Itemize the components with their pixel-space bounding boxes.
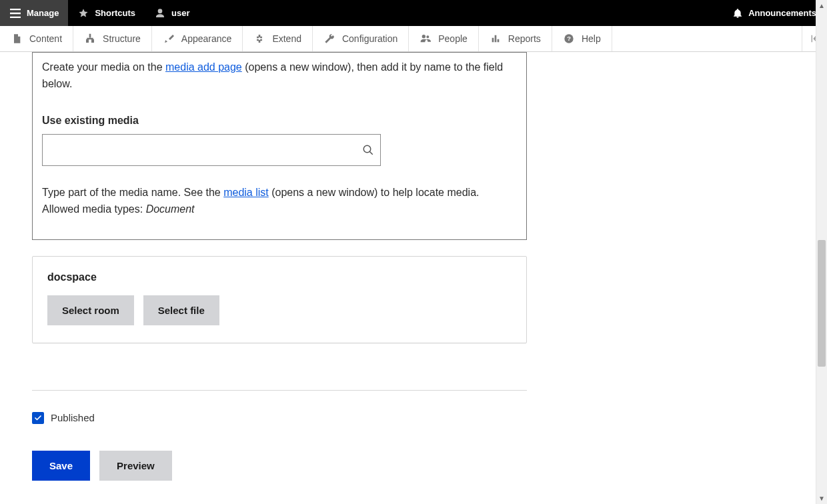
scrollbar-up-arrow[interactable]: ▲ (816, 0, 827, 11)
save-button[interactable]: Save (32, 451, 90, 481)
window-scrollbar[interactable]: ▲ ▼ (816, 0, 827, 504)
media-intro-prefix: Create your media on the (42, 61, 165, 73)
select-file-button[interactable]: Select file (143, 295, 219, 325)
menu-content[interactable]: Content (0, 26, 73, 51)
media-fieldset: Create your media on the media add page … (32, 52, 527, 240)
menu-structure-label: Structure (103, 33, 141, 44)
announcements-label: Announcements (748, 8, 816, 18)
reports-icon (490, 33, 502, 45)
appearance-icon (163, 33, 175, 45)
scrollbar-down-arrow[interactable]: ▼ (816, 493, 827, 504)
menu-appearance-label: Appearance (181, 33, 232, 44)
menu-configuration[interactable]: Configuration (313, 26, 409, 51)
menu-help[interactable]: ? Help (552, 26, 612, 51)
published-row: Published (32, 412, 527, 424)
manage-tab[interactable]: Manage (0, 0, 68, 26)
docspace-fieldset: docspace Select room Select file (32, 256, 527, 343)
content-area: Create your media on the media add page … (0, 52, 816, 504)
content-icon (11, 33, 23, 45)
select-room-button[interactable]: Select room (47, 295, 134, 325)
preview-button[interactable]: Preview (99, 451, 172, 481)
hamburger-icon (9, 7, 21, 19)
people-icon (420, 33, 432, 45)
svg-text:?: ? (567, 35, 571, 42)
scrollbar-thumb[interactable] (818, 240, 826, 367)
bell-icon (732, 8, 743, 19)
menu-reports[interactable]: Reports (479, 26, 552, 51)
media-intro: Create your media on the media add page … (42, 59, 517, 93)
docspace-title: docspace (47, 271, 512, 283)
menu-people[interactable]: People (409, 26, 479, 51)
help-icon: ? (563, 33, 575, 45)
check-icon (34, 414, 42, 422)
menu-configuration-label: Configuration (342, 33, 397, 44)
menu-help-label: Help (582, 33, 601, 44)
user-label: user (171, 8, 189, 18)
manage-label: Manage (27, 8, 59, 18)
section-divider (32, 390, 527, 391)
menu-extend[interactable]: Extend (243, 26, 313, 51)
structure-icon (84, 33, 96, 45)
user-tab[interactable]: user (145, 0, 199, 26)
media-help: Type part of the media name. See the med… (42, 185, 517, 218)
menu-content-label: Content (29, 33, 62, 44)
menu-structure[interactable]: Structure (73, 26, 152, 51)
menu-reports-label: Reports (508, 33, 541, 44)
wrench-icon (323, 33, 335, 45)
published-checkbox[interactable] (32, 412, 44, 424)
media-add-page-link[interactable]: media add page (165, 61, 242, 73)
media-search-wrap (42, 134, 381, 166)
extend-icon (253, 33, 265, 45)
shortcuts-label: Shortcuts (95, 8, 135, 18)
media-search-input[interactable] (42, 134, 381, 166)
media-list-link[interactable]: media list (223, 187, 269, 198)
media-allowed-value: Document (146, 203, 195, 215)
admin-menu: Content Structure Appearance Extend Conf… (0, 26, 827, 52)
announcements-tab[interactable]: Announcements (722, 0, 827, 26)
shortcuts-tab[interactable]: Shortcuts (68, 0, 145, 26)
use-existing-media-label: Use existing media (42, 113, 517, 129)
menu-people-label: People (438, 33, 468, 44)
admin-toolbar: Manage Shortcuts user Announcements (0, 0, 827, 26)
media-help-prefix: Type part of the media name. See the (42, 187, 223, 198)
media-allowed-prefix: Allowed media types: (42, 203, 146, 215)
media-help-suffix: (opens a new window) to help locate medi… (269, 187, 480, 198)
action-row: Save Preview (32, 451, 527, 481)
menu-extend-label: Extend (272, 33, 301, 44)
star-icon (77, 7, 89, 19)
user-icon (154, 7, 166, 19)
published-label: Published (51, 412, 95, 423)
menu-appearance[interactable]: Appearance (152, 26, 243, 51)
